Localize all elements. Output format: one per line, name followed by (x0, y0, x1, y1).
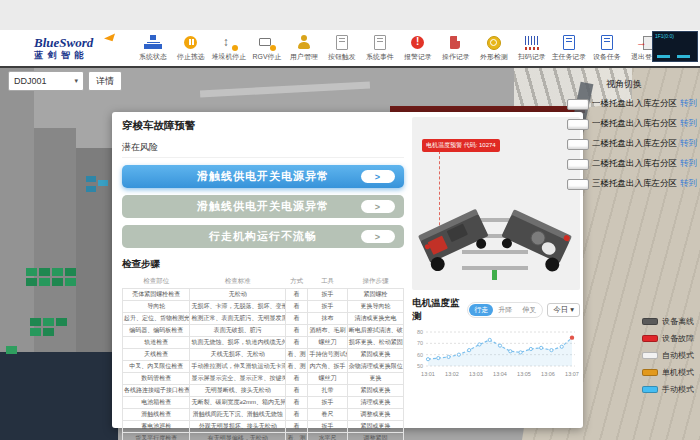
user-management-icon (295, 35, 313, 51)
steps-cell: 紧固螺栓 (347, 289, 403, 301)
toolbar-item-scan-records[interactable]: 扫码记录 (513, 35, 551, 62)
minimap[interactable]: 1F1(0:0) (652, 31, 698, 62)
risk-arrow-icon[interactable]: > (361, 170, 395, 183)
legend-swatch (642, 318, 658, 325)
chart-tabs: 行走升降伸叉 (467, 302, 543, 318)
steps-cell: 看、测 (285, 361, 307, 373)
steps-row: 蓄电池巡检外观无明显损坏、接头无松动看扳手紧固或更换 (123, 421, 404, 433)
detail-button[interactable]: 详情 (88, 71, 122, 91)
toolbar-item-label: 设备任务 (590, 52, 625, 61)
toolbar-item-button-trigger[interactable]: 按钮触发 (323, 35, 361, 62)
steps-cell: 无损坏、卡滞，无脱落、损坏、变形 (190, 301, 286, 313)
view-goto-link[interactable]: 转到 (680, 158, 697, 170)
alarm-records-icon (409, 35, 427, 51)
steps-cell: 螺丝刀 (308, 337, 347, 349)
toolbar-item-stacker-stop[interactable]: 堆垛机停止 (210, 35, 248, 62)
chart-title: 电机温度监测 (412, 297, 463, 323)
view-goto-link[interactable]: 转到 (680, 178, 697, 190)
toolbar-item-label: 按钮触发 (325, 52, 360, 61)
steps-row: 天线检查天线无损坏、无松动看、测手持信号测试仪紧固或更换 (123, 349, 404, 361)
system-status-icon (144, 35, 162, 51)
view-toggle[interactable] (567, 179, 589, 190)
steps-cell: 调整紧固 (347, 433, 403, 440)
chart-range-select[interactable]: 今日 ▾ (547, 303, 580, 317)
toolbar-item-rgv-stop[interactable]: RGV停止 (248, 35, 286, 62)
view-toggle[interactable] (567, 99, 589, 110)
view-goto-link[interactable]: 转到 (680, 118, 697, 130)
steps-cell: 导向轮 (123, 301, 190, 313)
stop-picking-icon (182, 35, 200, 51)
risk-item[interactable]: 滑触线供电开关电源异常> (122, 165, 404, 188)
toolbar-item-label: 用户管理 (287, 52, 322, 61)
risk-item[interactable]: 滑触线供电开关电源异常> (122, 195, 404, 218)
svg-text:50: 50 (417, 363, 423, 369)
risk-arrow-icon[interactable]: > (361, 200, 395, 213)
steps-cell: 看 (285, 373, 307, 385)
legend-label: 单机模式 (662, 367, 694, 378)
toolbar-item-system-events[interactable]: 系统事件 (361, 35, 399, 62)
steps-cell: 电池箱检查 (123, 397, 190, 409)
legend-label: 设备故障 (662, 333, 694, 344)
view-toggle[interactable] (567, 159, 589, 170)
steps-row: 壳体紧固螺栓检查无松动看扳手紧固螺栓 (123, 289, 404, 301)
steps-cell: 外观无明显损坏、接头无松动 (190, 421, 286, 433)
view-toggle[interactable] (567, 139, 589, 150)
risk-arrow-icon[interactable]: > (361, 230, 395, 243)
view-label: 三楼托盘出入库左分区 (592, 178, 677, 190)
scene-building (34, 128, 76, 364)
steps-cell: 起升、定位、货物检测光电 (123, 313, 190, 325)
brand-name-cn: 蓝剑智能 (34, 51, 108, 60)
device-bar: DDJ001 ▾ 详情 (8, 71, 122, 91)
steps-row: 数码管检查显示屏显示完全、显示正常、按键灵敏看螺丝刀更换 (123, 373, 404, 385)
steps-cell: 数码管检查 (123, 373, 190, 385)
steps-cell: 看 (285, 325, 307, 337)
alarm-tooltip: 电机温度预警 代码: 10274 (422, 139, 500, 152)
steps-row: 编码器、编码板检查表面无破损、脏污看酒精布、毛刷断电后擦拭清洁、破损更换 (123, 325, 404, 337)
risk-label: 行走机构运行不流畅 (209, 229, 317, 244)
minimap-bars (657, 55, 670, 58)
brand-logo: BlueSword 蓝剑智能 (34, 36, 108, 60)
steps-cell: 酒精布、毛刷 (308, 325, 347, 337)
toolbar-item-device-tasks[interactable]: 设备任务 (588, 35, 626, 62)
screen: BlueSword 蓝剑智能 系统状态停止拣选堆垛机停止RGV停止用户管理按钮触… (0, 0, 700, 440)
toolbar-item-stop-picking[interactable]: 停止拣选 (172, 35, 210, 62)
legend-label: 手动模式 (662, 384, 694, 395)
toolbar-item-alarm-records[interactable]: 报警记录 (399, 35, 437, 62)
steps-cell: 看、测 (285, 433, 307, 440)
chart-header: 电机温度监测 行走升降伸叉 今日 ▾ (412, 297, 580, 323)
steps-cell: 扳手 (308, 289, 347, 301)
steps-cell: 更换导向轮 (347, 301, 403, 313)
svg-text:13:07: 13:07 (565, 371, 579, 377)
view-goto-link[interactable]: 转到 (680, 98, 697, 110)
warehouse-racks (86, 176, 96, 182)
steps-cell: 滑触线间距无下沉、滑触线无烧蚀 (190, 409, 286, 421)
steps-row: 各线路连接端子接口检查无明显断线、接头无松动看扎带紧固或更换 (123, 385, 404, 397)
chart-tab-升降[interactable]: 升降 (493, 304, 517, 316)
toolbar-item-main-task-records[interactable]: 主任务记录 (550, 35, 588, 62)
toolbar-item-profile-detection[interactable]: 外形检测 (475, 35, 513, 62)
toolbar-item-user-management[interactable]: 用户管理 (285, 35, 323, 62)
scan-records-icon (523, 35, 541, 51)
steps-cell: 无明显断线、接头无松动 (190, 385, 286, 397)
view-goto-link[interactable]: 转到 (680, 138, 697, 150)
toolbar-item-label: 外形检测 (476, 52, 511, 61)
steps-cell: 损坏更换、松动紧固 (347, 337, 403, 349)
chart-tab-行走[interactable]: 行走 (469, 304, 493, 316)
steps-cell: 显示屏显示完全、显示正常、按键灵敏 (190, 373, 286, 385)
steps-row: 滑触线检查滑触线间距无下沉、滑触线无烧蚀看卷尺调整或更换 (123, 409, 404, 421)
risk-item[interactable]: 行走机构运行不流畅> (122, 225, 404, 248)
shuttle-3d-view[interactable]: 电机温度预警 代码: 10274 (412, 117, 580, 290)
toolbar-item-system-status[interactable]: 系统状态 (134, 35, 172, 62)
toolbar-item-label: RGV停止 (249, 52, 284, 61)
steps-row: 货叉平行度检查有无明显偏移，无松动看、测水平尺调整紧固 (123, 433, 404, 440)
toolbar-item-operation-records[interactable]: 操作记录 (437, 35, 475, 62)
toolbar-items: 系统状态停止拣选堆垛机停止RGV停止用户管理按钮触发系统事件报警记录操作记录外形… (134, 35, 664, 62)
device-select[interactable]: DDJ001 ▾ (8, 71, 84, 91)
view-toggle[interactable] (567, 119, 589, 130)
minimap-text: 1F1(0:0) (655, 33, 674, 39)
chart-tab-伸叉[interactable]: 伸叉 (517, 304, 541, 316)
steps-cell: 看 (285, 313, 307, 325)
button-trigger-icon (333, 35, 351, 51)
risk-section-label: 潜在风险 (122, 141, 404, 158)
steps-cell: 轨道检查 (123, 337, 190, 349)
